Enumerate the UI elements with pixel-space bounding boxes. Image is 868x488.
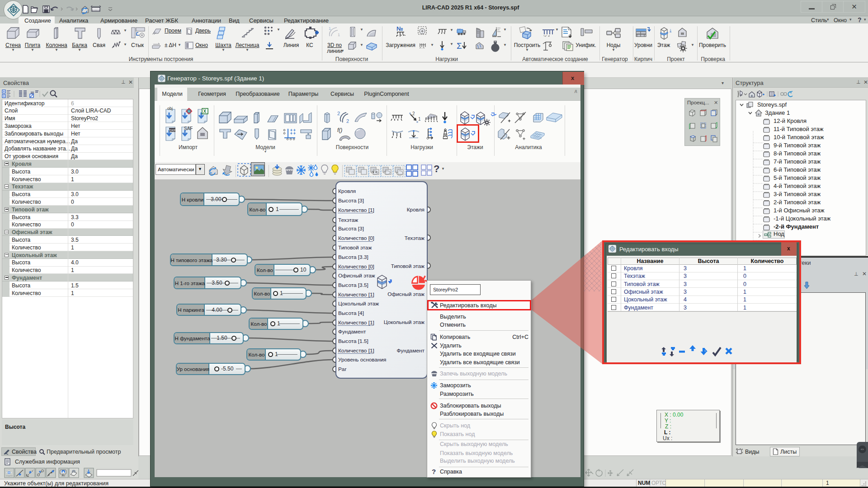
svg-text:SAF: SAF (184, 126, 193, 131)
svg-text:Σ: Σ (457, 41, 462, 51)
svg-text:№: № (396, 25, 403, 32)
svg-text:1: 1 (338, 33, 340, 37)
svg-text:2: 2 (412, 111, 415, 116)
svg-text:1: 1 (329, 26, 331, 31)
svg-text:f(): f() (337, 127, 342, 133)
svg-text:1: 1 (418, 117, 421, 122)
svg-text:X: X (203, 109, 207, 114)
svg-text:2: 2 (346, 118, 349, 124)
svg-text:DXF: DXF (170, 129, 176, 132)
svg-text:2: 2 (337, 111, 340, 116)
